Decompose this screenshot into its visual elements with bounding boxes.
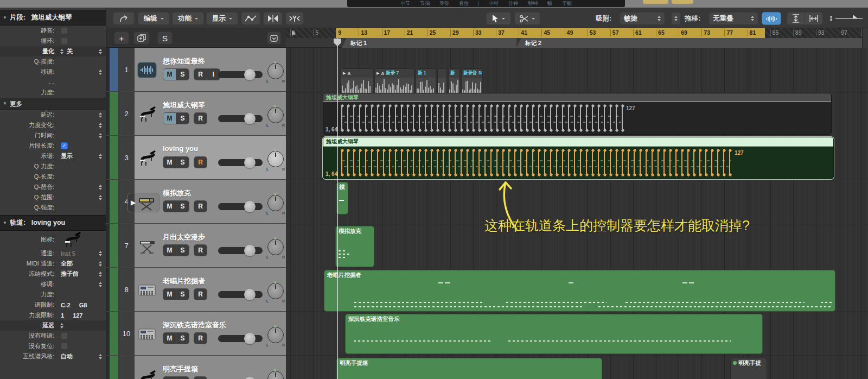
catch-playhead-button[interactable] bbox=[285, 12, 304, 25]
record-enable-button[interactable]: R bbox=[194, 69, 207, 80]
track-name[interactable]: 老唱片挖掘者 bbox=[163, 276, 205, 286]
solo-button[interactable]: S bbox=[176, 69, 189, 80]
bar-ruler[interactable]: 1591317212529333741454953576165697377818… bbox=[286, 28, 868, 38]
edit-menu-button[interactable]: 编辑 bbox=[138, 12, 170, 25]
automation-button[interactable] bbox=[241, 12, 260, 25]
midi-region-suitcase-b[interactable]: 明亮手提 bbox=[730, 358, 767, 379]
add-track-button[interactable]: + bbox=[114, 31, 129, 45]
checkbox[interactable]: ✓ bbox=[61, 142, 68, 149]
flex-button[interactable] bbox=[263, 12, 283, 25]
track-number[interactable] bbox=[118, 356, 135, 379]
mute-button[interactable]: M bbox=[163, 157, 176, 168]
track-name[interactable]: 明亮手提箱 bbox=[163, 364, 198, 374]
stepper-icon[interactable] bbox=[99, 47, 102, 56]
midi-region-vinyl[interactable]: 老唱片挖掘者 bbox=[324, 270, 835, 312]
solo-button[interactable]: S bbox=[176, 289, 189, 300]
stepper-icon[interactable] bbox=[99, 352, 102, 361]
inspector-row-value[interactable]: 1 bbox=[61, 312, 64, 319]
stepper-icon[interactable] bbox=[99, 270, 102, 279]
track-header-row[interactable]: 8老唱片挖掘者MSRLR bbox=[106, 268, 286, 312]
stepper-icon[interactable] bbox=[99, 183, 102, 192]
track-name[interactable]: 施坦威大钢琴 bbox=[163, 100, 205, 110]
mute-button[interactable]: M bbox=[163, 69, 176, 80]
checkbox[interactable] bbox=[61, 37, 68, 45]
pan-knob[interactable] bbox=[267, 151, 284, 167]
drum-machine-icon[interactable] bbox=[137, 281, 157, 299]
track-number[interactable]: 1 bbox=[118, 48, 135, 91]
track-icon-preview[interactable] bbox=[63, 231, 81, 248]
mute-button[interactable]: M bbox=[163, 113, 176, 124]
pan-knob[interactable] bbox=[267, 107, 284, 123]
marker-1[interactable]: 标记 1 bbox=[342, 38, 516, 48]
solo-button[interactable]: S bbox=[176, 201, 189, 212]
volume-slider[interactable] bbox=[218, 71, 263, 78]
vertical-zoom-button[interactable] bbox=[787, 12, 805, 25]
inspector-row-value[interactable]: 全部 bbox=[61, 260, 73, 268]
grand-piano-icon[interactable] bbox=[137, 369, 157, 379]
track-name[interactable]: 模拟放克 bbox=[163, 188, 191, 198]
inspector-row-value[interactable]: 关 bbox=[67, 47, 73, 55]
volume-slider-thumb[interactable] bbox=[244, 157, 256, 168]
midi-region-techno[interactable]: 深沉铁克诺浩室音乐 bbox=[345, 314, 763, 354]
volume-slider-thumb[interactable] bbox=[244, 113, 256, 124]
stepper-icon[interactable] bbox=[99, 152, 102, 161]
stepper-icon[interactable] bbox=[99, 249, 102, 258]
drum-machine-icon[interactable] bbox=[137, 325, 157, 343]
stepper-icon[interactable] bbox=[99, 68, 102, 77]
stepper-icon[interactable] bbox=[99, 131, 102, 140]
mute-button[interactable]: M bbox=[163, 377, 176, 379]
stepper-icon[interactable] bbox=[99, 111, 102, 119]
back-button[interactable] bbox=[113, 12, 135, 25]
duplicate-track-button[interactable] bbox=[133, 31, 150, 45]
synth-keyboard-icon[interactable]: ▶ bbox=[127, 193, 159, 212]
volume-slider[interactable] bbox=[218, 247, 263, 254]
volume-slider[interactable] bbox=[218, 335, 263, 342]
mute-button[interactable]: M bbox=[163, 289, 176, 300]
track-header-row[interactable]: 明亮手提箱MSRLR bbox=[106, 356, 286, 379]
controller-events[interactable] bbox=[341, 106, 623, 130]
track-name[interactable]: 想你知道最终 bbox=[163, 56, 205, 66]
inspector-row-value[interactable]: C-2 bbox=[61, 302, 71, 308]
track-header-row[interactable]: 7月出太空漫步MSRLR bbox=[106, 224, 286, 268]
disclosure-triangle-icon[interactable]: ▼ bbox=[3, 10, 7, 25]
marker-2[interactable]: 标记 2 bbox=[516, 38, 868, 48]
inspector-row-value[interactable]: 显示 bbox=[61, 152, 73, 160]
pan-knob[interactable] bbox=[267, 283, 284, 299]
pointer-tool-dropdown[interactable] bbox=[486, 12, 511, 25]
marker-strip[interactable]: 标记 1标记 2 bbox=[286, 38, 868, 48]
drag-dropdown[interactable]: 无重叠 bbox=[709, 12, 758, 25]
stepper-icon[interactable] bbox=[99, 280, 102, 289]
track-inspector-header[interactable]: ▼ 轨道: loving you bbox=[0, 215, 106, 231]
checkbox[interactable] bbox=[61, 27, 68, 34]
track-header-row[interactable]: 4▶模拟放克MSRLR bbox=[106, 180, 286, 224]
record-enable-button[interactable]: R bbox=[194, 201, 207, 212]
track-header-row[interactable]: 1想你知道最终MSRILR bbox=[106, 48, 286, 92]
solo-button[interactable]: S bbox=[176, 377, 189, 379]
solo-button[interactable]: S bbox=[176, 157, 189, 168]
snap-stepper-button[interactable] bbox=[671, 12, 681, 25]
pan-knob[interactable] bbox=[267, 195, 284, 211]
play-icon[interactable]: ▶ bbox=[343, 71, 346, 75]
track-name[interactable]: loving you bbox=[163, 144, 198, 153]
waveform-zoom-button[interactable] bbox=[762, 12, 781, 25]
track-number[interactable]: 7 bbox=[118, 224, 135, 267]
cycle-range[interactable] bbox=[336, 28, 765, 38]
record-enable-button[interactable]: R bbox=[194, 245, 207, 256]
volume-slider-thumb[interactable] bbox=[244, 333, 256, 344]
record-enable-button[interactable]: R bbox=[194, 289, 207, 300]
track-number[interactable]: 3 bbox=[118, 136, 135, 179]
record-enable-button[interactable]: R bbox=[194, 113, 207, 124]
midi-region-funk[interactable]: 模拟放克 bbox=[335, 226, 374, 267]
stepper-icon[interactable] bbox=[60, 47, 63, 56]
play-icon[interactable]: ▶ bbox=[131, 199, 136, 206]
mute-button[interactable]: M bbox=[163, 333, 176, 344]
take-a-icon[interactable]: A bbox=[381, 71, 384, 76]
stepper-icon[interactable] bbox=[99, 193, 102, 202]
stepper-icon[interactable] bbox=[99, 121, 102, 130]
pan-knob[interactable] bbox=[267, 371, 284, 379]
volume-slider-thumb[interactable] bbox=[244, 377, 256, 379]
stepper-icon[interactable] bbox=[99, 260, 102, 268]
track-name[interactable]: 深沉铁克诺浩室音乐 bbox=[163, 320, 226, 330]
track-number[interactable]: 2 bbox=[118, 92, 135, 135]
track-header-row[interactable]: 2施坦威大钢琴MSRLR bbox=[106, 92, 286, 136]
